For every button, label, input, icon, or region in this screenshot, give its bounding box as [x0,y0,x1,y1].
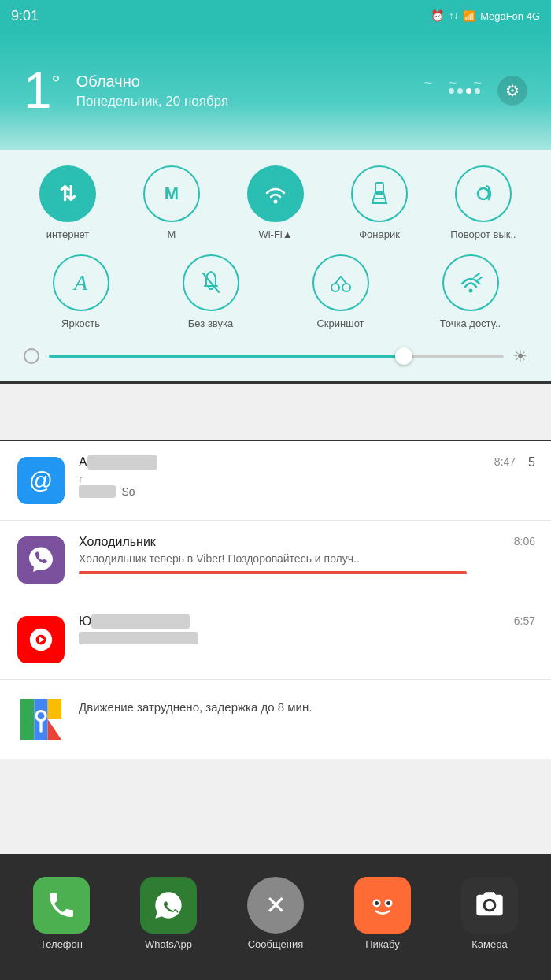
mail-notif-content: А 8:47 r So [79,455,516,498]
qs-hotspot[interactable]: Точка досту.. [431,254,510,329]
camera-label: Камера [471,938,507,950]
status-bar: 9:01 ⏰ ↑↓ 📶 MegaFon 4G [0,0,551,32]
flashlight-icon [368,181,390,206]
qs-rotation-circle [455,165,512,222]
qs-hotspot-circle [442,254,499,311]
notification-maps[interactable]: Движение затруднено, задержка до 8 мин. [0,680,551,759]
qs-silent[interactable]: Без звука [172,254,250,329]
qs-silent-label: Без звука [188,317,233,329]
youtube-logo-icon [28,626,54,653]
viber-app-icon [16,535,66,585]
qs-screenshot-label: Скриншот [316,317,364,329]
weather-widget: ~ ~ ~ 1° Облачно Понедельник, 20 ноября … [0,32,551,150]
svg-line-8 [341,277,346,284]
dock-item-whatsapp[interactable]: WhatsApp [115,877,222,950]
notification-youtube[interactable]: Ю 6:57 [0,600,551,680]
qs-screenshot[interactable]: Скриншот [301,254,380,329]
qs-mobile-label: М [168,228,176,240]
qs-wifi-label: Wi-Fi▲ [258,228,292,240]
brightness-slider-row[interactable]: ☀ [16,343,535,369]
phone-icon [46,889,77,921]
status-icons: ⏰ ↑↓ 📶 MegaFon 4G [431,9,540,22]
svg-line-10 [474,273,479,277]
close-x-icon: ✕ [265,890,287,920]
brightness-slider[interactable] [49,355,504,358]
hotspot-icon [458,271,483,295]
dock-item-picabu[interactable]: Пикабу [329,877,436,950]
notification-viber[interactable]: Холодильник 8:06 Холодильник теперь в Vi… [0,521,551,600]
mail-notif-header: А 8:47 [79,455,516,470]
maps-notif-text: Движение затруднено, задержка до 8 мин. [79,700,535,714]
dock: Телефон WhatsApp ✕ Сообщения Пи [0,854,551,980]
picabu-icon [363,885,402,925]
svg-marker-15 [48,719,61,740]
dock-item-phone[interactable]: Телефон [8,877,115,950]
qs-brightness[interactable]: A Яркость [42,254,120,329]
qs-wifi[interactable]: Wi-Fi▲ [236,165,315,240]
dock-item-camera[interactable]: Камера [436,877,543,950]
signal-bars-icon: 📶 [463,10,475,22]
viber-notif-content: Холодильник 8:06 Холодильник теперь в Vi… [79,535,535,574]
maps-notif-content: Движение затруднено, задержка до 8 мин. [79,694,535,714]
messages-close-icon: ✕ [247,877,304,934]
status-time: 9:01 [11,8,39,24]
at-icon: @ [29,467,53,494]
whatsapp-app-icon [140,877,197,934]
qs-hotspot-label: Точка досту.. [440,317,501,329]
camera-app-icon [461,877,518,934]
youtube-notif-header: Ю 6:57 [79,614,535,629]
widget-settings-button[interactable]: ⚙ [497,76,527,106]
qs-mobile[interactable]: М М [132,165,211,240]
birds-decoration: ~ ~ ~ [423,75,488,91]
brightness-thumb[interactable] [395,347,412,365]
weather-temperature: 1° [24,65,61,116]
qs-rotation[interactable]: Поворот вык.. [444,165,523,240]
viber-notif-time: 8:06 [514,535,535,548]
mail-app-icon: @ [16,455,66,506]
svg-line-7 [335,277,341,284]
qs-screenshot-circle [312,254,369,311]
whatsapp-icon [153,889,184,921]
weather-info: Облачно Понедельник, 20 ноября [76,72,433,110]
camera-icon [474,889,505,921]
svg-point-9 [468,289,472,293]
dock-item-messages[interactable]: ✕ Сообщения [222,877,329,950]
qs-internet[interactable]: ⇅ интернет [28,165,107,240]
youtube-icon-inner [17,616,65,663]
qs-internet-circle: ⇅ [39,165,96,222]
qs-flashlight-circle [351,165,408,222]
viber-notif-title: Холодильник [79,535,156,549]
bell-silent-icon [200,270,222,295]
notification-mail[interactable]: @ А 8:47 r So 5 [0,441,551,521]
qs-wifi-circle [247,165,304,222]
notifications-panel: @ А 8:47 r So 5 [0,441,551,759]
scissors-icon [329,272,353,294]
qs-silent-circle [183,254,239,311]
quick-settings-panel: ⇅ интернет М М Wi-Fi▲ [0,150,551,384]
alarm-icon: ⏰ [431,9,444,22]
mail-title-blur [87,455,157,470]
viber-logo-icon [27,546,55,574]
svg-marker-14 [48,699,61,719]
svg-point-17 [38,712,45,719]
whatsapp-label: WhatsApp [145,938,192,950]
qs-flashlight[interactable]: Фонарик [340,165,419,240]
gear-icon: ⚙ [505,81,520,100]
weather-condition: Облачно [76,72,433,91]
svg-point-21 [375,901,379,905]
phone-app-icon [33,877,90,934]
maps-app-icon [16,694,66,744]
picabu-app-icon [354,877,411,934]
qs-internet-label: интернет [46,228,90,240]
youtube-notif-time: 6:57 [514,614,535,627]
mail-notif-title: А [79,455,157,470]
quick-settings-row-1: ⇅ интернет М М Wi-Fi▲ [16,165,535,240]
viber-icon-inner [17,536,65,584]
svg-line-11 [477,277,482,280]
youtube-title-blur [91,614,189,629]
mail-notif-text: r So [79,473,516,498]
rotation-icon [471,182,495,206]
mail-notif-badge: 5 [528,455,535,470]
viber-progress-bar [79,571,467,574]
svg-point-0 [274,200,278,204]
